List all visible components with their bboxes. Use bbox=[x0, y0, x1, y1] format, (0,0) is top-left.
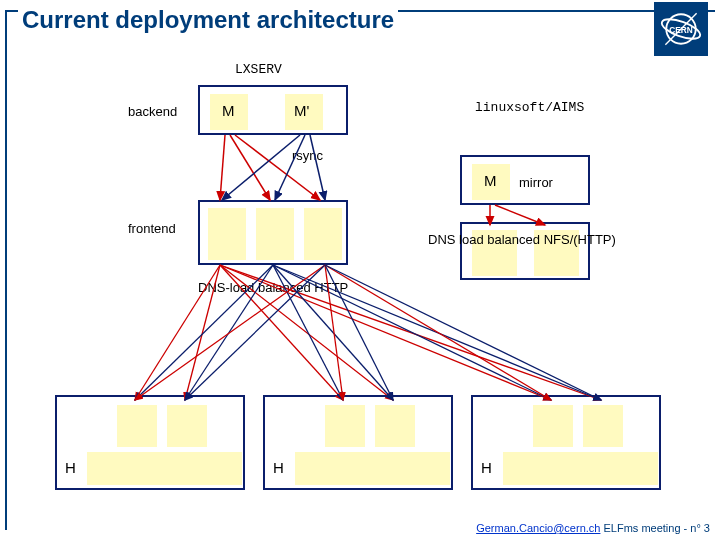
lxserv-frontend-box bbox=[198, 200, 348, 265]
svg-line-7 bbox=[222, 135, 300, 200]
linuxsoft-label: linuxsoft/AIMS bbox=[475, 100, 584, 115]
lxserv-backend-box: M M' bbox=[198, 85, 348, 135]
node-Mprime-label: M' bbox=[294, 102, 309, 119]
frontend-label: frontend bbox=[128, 221, 176, 236]
cern-logo: CERN bbox=[654, 2, 708, 56]
node-mirror-M-label: M bbox=[484, 172, 497, 189]
dns-nfs-label: DNS load balanced NFS/(HTTP) bbox=[428, 232, 616, 247]
client1-node-a bbox=[117, 405, 157, 447]
mirror-label: mirror bbox=[519, 175, 553, 190]
svg-line-28 bbox=[325, 265, 551, 400]
client-box-3: H bbox=[471, 395, 661, 490]
dns-http-label: DNS-load balanced HTTP bbox=[198, 280, 348, 295]
rsync-label: rsync bbox=[292, 148, 323, 163]
svg-line-5 bbox=[230, 135, 270, 200]
page-title: Current deployment architecture bbox=[18, 6, 398, 34]
client2-node-a bbox=[325, 405, 365, 447]
client2-node-b bbox=[375, 405, 415, 447]
client1-bar bbox=[87, 452, 242, 485]
svg-line-8 bbox=[275, 135, 305, 200]
client1-H: H bbox=[65, 459, 76, 476]
node-M-label: M bbox=[222, 102, 235, 119]
client2-H: H bbox=[273, 459, 284, 476]
client1-node-b bbox=[167, 405, 207, 447]
slide-border-left bbox=[5, 10, 7, 530]
lxserv-frontend-node-2 bbox=[256, 208, 294, 260]
svg-line-4 bbox=[220, 135, 225, 200]
svg-text:CERN: CERN bbox=[669, 26, 692, 35]
client3-bar bbox=[503, 452, 658, 485]
client-box-1: H bbox=[55, 395, 245, 490]
client3-H: H bbox=[481, 459, 492, 476]
linuxsoft-frontend-box bbox=[460, 222, 590, 280]
lxserv-frontend-node-3 bbox=[304, 208, 342, 260]
footer: German.Cancio@cern.ch ELFms meeting - n°… bbox=[476, 522, 710, 534]
backend-label: backend bbox=[128, 104, 177, 119]
client-box-2: H bbox=[263, 395, 453, 490]
footer-rest: ELFms meeting - n° 3 bbox=[600, 522, 710, 534]
footer-email-link[interactable]: German.Cancio@cern.ch bbox=[476, 522, 600, 534]
svg-line-6 bbox=[235, 135, 320, 200]
client2-bar bbox=[295, 452, 450, 485]
svg-line-29 bbox=[325, 265, 601, 400]
linuxsoft-backend-box: M mirror bbox=[460, 155, 590, 205]
client3-node-b bbox=[583, 405, 623, 447]
lxserv-frontend-node-1 bbox=[208, 208, 246, 260]
client3-node-a bbox=[533, 405, 573, 447]
lxserv-label: LXSERV bbox=[235, 62, 282, 77]
svg-line-9 bbox=[310, 135, 325, 200]
